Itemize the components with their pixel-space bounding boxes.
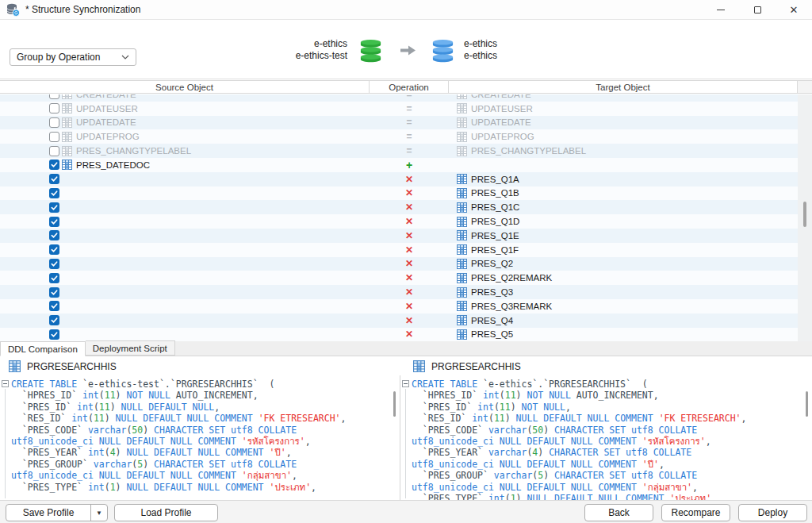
table-row[interactable]: ✕PRES_Q2REMARK <box>0 271 798 285</box>
group-by-value: Group by Operation <box>17 52 100 63</box>
table-row[interactable]: ✕PRES_Q1A <box>0 172 798 187</box>
row-checkbox[interactable] <box>49 259 59 269</box>
table-icon <box>457 188 467 198</box>
table-row[interactable]: ✕PRES_Q1F <box>0 243 798 257</box>
target-object-label: PRES_Q1C <box>471 202 519 212</box>
ddl-source-panel[interactable]: CREATE TABLE `e-ethics-test`.`PRGRESEARC… <box>0 375 400 500</box>
title-bar: * Structure Synchronization ✕ <box>0 0 812 20</box>
row-checkbox[interactable] <box>49 188 59 198</box>
row-checkbox[interactable] <box>49 117 59 128</box>
save-profile-button[interactable]: Save Profile ▼ <box>6 504 108 521</box>
fold-toggle-icon[interactable] <box>2 380 9 387</box>
grid-scrollbar-thumb[interactable] <box>803 202 806 227</box>
back-button[interactable]: Back <box>584 504 653 521</box>
load-profile-button[interactable]: Load Profile <box>114 504 218 521</box>
row-checkbox[interactable] <box>49 146 59 156</box>
row-checkbox[interactable] <box>49 301 59 311</box>
table-row[interactable]: ✕PRES_Q3REMARK <box>0 299 798 313</box>
row-checkbox[interactable] <box>49 217 59 227</box>
table-row[interactable]: UPDATEUSER=UPDATEUSER <box>0 102 798 116</box>
operation-drop-icon: ✕ <box>405 244 413 256</box>
toolbar: Group by Operation e-ethics e-ethics-tes… <box>0 21 812 79</box>
table-icon <box>457 146 467 156</box>
grid-rows: CREATEDATE=CREATEDATEUPDATEUSER=UPDATEUS… <box>0 94 798 341</box>
row-checkbox[interactable] <box>49 329 59 340</box>
target-object-label: PRES_Q4 <box>471 316 513 325</box>
table-row[interactable]: ✕PRES_Q3 <box>0 285 798 299</box>
code-line: `PRES_GROUP` varchar(5) CHARACTER SET ut… <box>412 470 806 481</box>
target-object-label: PRES_Q1D <box>471 217 519 226</box>
table-row[interactable]: ✕PRES_Q1B <box>0 187 798 201</box>
code-line: `PRES_CODE` varchar(50) CHARACTER SET ut… <box>412 425 806 436</box>
row-checkbox[interactable] <box>49 230 59 240</box>
fold-toggle-icon[interactable] <box>402 380 409 387</box>
row-checkbox[interactable] <box>49 103 59 113</box>
target-object-label: PRES_Q2REMARK <box>471 273 552 283</box>
operation-add-icon: + <box>406 159 412 171</box>
target-object-label: CREATEDATE <box>471 94 531 99</box>
app-icon <box>6 3 20 17</box>
table-icon <box>62 94 72 99</box>
row-checkbox[interactable] <box>49 160 59 170</box>
target-connection-label: e-ethics e-ethics <box>464 38 591 62</box>
row-checkbox[interactable] <box>49 202 59 213</box>
table-row[interactable]: ✕PRES_Q2 <box>0 257 798 271</box>
row-checkbox[interactable] <box>49 315 59 325</box>
table-icon <box>457 329 467 340</box>
column-header-source-object[interactable]: Source Object <box>0 81 370 93</box>
operation-identical-icon: = <box>406 103 412 114</box>
tab-deployment-script[interactable]: Deployment Script <box>86 340 175 356</box>
table-row[interactable]: UPDATEPROG=UPDATEPROG <box>0 129 798 144</box>
row-checkbox[interactable] <box>49 132 59 142</box>
target-connection-name: e-ethics <box>464 38 591 50</box>
code-line: `PRES_CODE` varchar(50) CHARACTER SET ut… <box>11 425 393 436</box>
ddl-header: PRGRESEARCHHIS PRGRESEARCHHIS <box>0 357 812 375</box>
table-icon <box>457 273 467 283</box>
deploy-button[interactable]: Deploy <box>738 504 807 521</box>
target-table-name: PRGRESEARCHHIS <box>431 361 521 372</box>
row-checkbox[interactable] <box>49 94 59 99</box>
ddl-target-panel[interactable]: CREATE TABLE `e-ethics`.`PRGRESEARCHHIS`… <box>400 375 812 500</box>
table-row[interactable]: CREATEDATE=CREATEDATE <box>0 94 798 102</box>
group-by-dropdown[interactable]: Group by Operation <box>10 48 136 66</box>
code-line: utf8_unicode_ci NULL DEFAULT NULL COMMEN… <box>11 436 393 447</box>
recompare-button[interactable]: Recompare <box>661 504 730 521</box>
row-checkbox[interactable] <box>49 174 59 184</box>
column-header-target-object[interactable]: Target Object <box>449 81 798 93</box>
table-row[interactable]: PRES_CHANGTYPELABEL=PRES_CHANGTYPELABEL <box>0 144 798 158</box>
tab-ddl-comparison[interactable]: DDL Comparison <box>0 341 86 356</box>
target-object-label: PRES_CHANGTYPELABEL <box>471 146 586 156</box>
close-button[interactable]: ✕ <box>776 0 812 19</box>
comparison-grid: CREATEDATE=CREATEDATEUPDATEUSER=UPDATEUS… <box>0 94 798 341</box>
minimize-button[interactable] <box>703 0 739 19</box>
chevron-down-icon <box>121 55 129 60</box>
row-checkbox[interactable] <box>49 244 59 255</box>
target-code-scrollbar-thumb[interactable] <box>806 391 808 417</box>
table-row[interactable]: PRES_DATEDOC+ <box>0 158 798 172</box>
table-icon <box>62 146 72 156</box>
code-line: `PRES_YEAR` varchar(4) CHARACTER SET utf… <box>412 447 806 458</box>
table-row[interactable]: ✕PRES_Q4 <box>0 313 798 328</box>
operation-drop-icon: ✕ <box>405 216 413 227</box>
target-object-label: UPDATEUSER <box>471 104 533 113</box>
source-code-scrollbar-thumb[interactable] <box>393 391 396 417</box>
save-profile-label: Save Profile <box>6 507 90 518</box>
row-checkbox[interactable] <box>49 287 59 298</box>
row-checkbox[interactable] <box>49 273 59 283</box>
table-row[interactable]: ✕PRES_Q5 <box>0 328 798 341</box>
operation-drop-icon: ✕ <box>405 187 413 198</box>
ddl-source-table: PRGRESEARCHHIS <box>6 357 117 375</box>
save-profile-dropdown-arrow[interactable]: ▼ <box>90 505 107 521</box>
table-row[interactable]: ✕PRES_Q1D <box>0 214 798 229</box>
table-row[interactable]: ✕PRES_Q1C <box>0 200 798 214</box>
maximize-button[interactable] <box>739 0 776 19</box>
code-line: CREATE TABLE `e-ethics-test`.`PRGRESEARC… <box>11 379 393 390</box>
code-line: `HPRES_ID` int(11) NOT NULL AUTO_INCREME… <box>412 390 806 401</box>
target-object-label: PRES_Q5 <box>471 329 513 339</box>
table-icon <box>9 360 21 372</box>
table-icon <box>62 132 72 142</box>
table-row[interactable]: UPDATEDATE=UPDATEDATE <box>0 116 798 130</box>
table-row[interactable]: ✕PRES_Q1E <box>0 229 798 243</box>
column-header-operation[interactable]: Operation <box>370 81 449 93</box>
grid-scrollbar[interactable] <box>798 94 812 341</box>
